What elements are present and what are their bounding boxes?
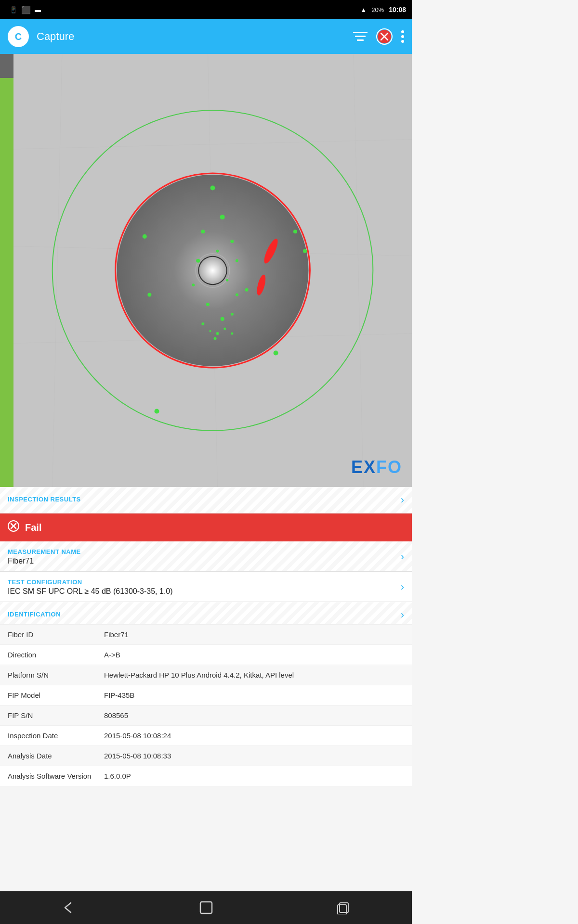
measurement-name-chevron: › [401,551,404,563]
table-cell-label: Platform S/N [8,671,104,679]
more-options-icon[interactable] [401,30,404,43]
clock: 10:08 [389,6,406,13]
test-config-row[interactable]: TEST CONFIGURATION IEC SM SF UPC ORL ≥ 4… [0,572,412,602]
measurement-name-row[interactable]: MEASUREMENT NAME Fiber71 › [0,541,412,572]
svg-point-9 [401,40,404,43]
svg-point-51 [214,337,217,340]
svg-point-35 [221,317,224,321]
table-row: DirectionA->B [0,645,412,665]
svg-point-43 [143,234,147,239]
svg-point-49 [216,332,219,335]
svg-point-48 [303,249,307,253]
exfo-label-first: EX [351,457,376,477]
fail-icon [8,520,19,535]
exfo-label-second: FO [376,457,402,477]
sidebar-strip [0,54,13,487]
test-config-chevron: › [401,581,404,593]
svg-rect-0 [353,32,368,33]
svg-point-40 [226,279,228,282]
close-circle-icon[interactable] [376,28,393,45]
table-cell-label: Inspection Date [8,732,104,740]
app-logo[interactable]: C [8,26,29,47]
table-row: Inspection Date2015-05-08 10:08:24 [0,726,412,746]
svg-point-29 [201,230,205,233]
nav-bar [0,891,412,924]
table-cell-value: 2015-05-08 10:08:24 [104,732,404,740]
svg-point-37 [231,313,234,316]
svg-point-36 [201,322,204,325]
table-cell-label: FIP Model [8,691,104,699]
measurement-name-value: Fiber71 [8,557,396,565]
svg-point-42 [210,186,215,191]
table-row: Analysis Date2015-05-08 10:08:33 [0,746,412,766]
svg-point-30 [230,240,234,243]
tablet-icon: ⬛ [21,5,31,14]
svg-point-25 [199,257,226,284]
app-bar-actions [353,28,404,45]
table-cell-value: Fiber71 [104,630,404,639]
app-title: Capture [37,30,345,43]
app-bar: C Capture [0,19,412,54]
svg-point-52 [231,333,233,335]
logo-letter: C [15,31,22,42]
table-cell-label: Direction [8,651,104,659]
identification-chevron: › [401,609,404,621]
svg-point-39 [192,283,195,286]
test-config-value: IEC SM SF UPC ORL ≥ 45 dB (61300-3-35, 1… [8,587,396,596]
table-row: FIP S/N808565 [0,706,412,726]
battery-text: 20% [371,6,384,13]
identification-section: IDENTIFICATION › Fiber IDFiber71Directio… [0,602,412,786]
fiber-image-svg [13,54,412,487]
table-cell-value: 1.6.0.0P [104,772,404,780]
table-row: Fiber IDFiber71 [0,625,412,645]
svg-point-38 [245,288,249,292]
svg-point-7 [401,30,404,33]
fiber-image-area: EXFO [0,54,412,487]
svg-point-44 [293,230,297,233]
svg-point-53 [209,330,211,332]
svg-rect-57 [200,902,212,913]
identification-label: IDENTIFICATION [8,611,61,618]
info-panel: INSPECTION RESULTS › Fail MEASUREMENT NA… [0,487,412,786]
table-cell-value: A->B [104,651,404,659]
exfo-watermark: EXFO [351,457,402,477]
table-cell-label: FIP S/N [8,711,104,719]
identification-rows: Fiber IDFiber71DirectionA->BPlatform S/N… [0,625,412,786]
svg-point-50 [223,328,226,330]
table-cell-value: 808565 [104,711,404,719]
table-row: Analysis Software Version1.6.0.0P [0,766,412,786]
strip-gray [0,54,13,78]
filter-icon[interactable] [353,31,368,42]
test-config-content: TEST CONFIGURATION IEC SM SF UPC ORL ≥ 4… [8,578,396,596]
sd-icon: ▬ [35,6,41,13]
measurement-name-content: MEASUREMENT NAME Fiber71 [8,548,396,565]
test-config-label: TEST CONFIGURATION [8,578,396,586]
strip-green [0,78,13,487]
svg-point-47 [154,409,159,413]
svg-point-34 [206,303,210,306]
identification-header[interactable]: IDENTIFICATION › [0,602,412,625]
svg-point-28 [220,215,225,219]
inspection-results-row[interactable]: INSPECTION RESULTS › [0,487,412,513]
table-cell-label: Analysis Software Version [8,772,104,780]
table-cell-value: Hewlett-Packard HP 10 Plus Android 4.4.2… [104,671,404,679]
wifi-icon: ▲ [360,6,367,13]
svg-point-45 [274,350,278,355]
table-cell-value: 2015-05-08 10:08:33 [104,752,404,760]
inspection-results-chevron: › [401,494,404,506]
table-cell-label: Analysis Date [8,752,104,760]
svg-point-41 [236,259,238,262]
status-bar: 📱 ⬛ ▬ ▲ 20% 10:08 [0,0,412,19]
recent-apps-button[interactable] [336,901,351,914]
svg-point-46 [147,293,151,296]
back-button[interactable] [61,901,77,914]
fail-row: Fail [0,513,412,541]
table-row: Platform S/NHewlett-Packard HP 10 Plus A… [0,665,412,685]
svg-point-32 [196,259,200,263]
table-cell-value: FIP-435B [104,691,404,699]
svg-point-8 [401,35,404,38]
home-button[interactable] [198,900,214,915]
table-cell-label: Fiber ID [8,630,104,639]
svg-rect-2 [357,39,364,41]
table-row: FIP ModelFIP-435B [0,685,412,706]
